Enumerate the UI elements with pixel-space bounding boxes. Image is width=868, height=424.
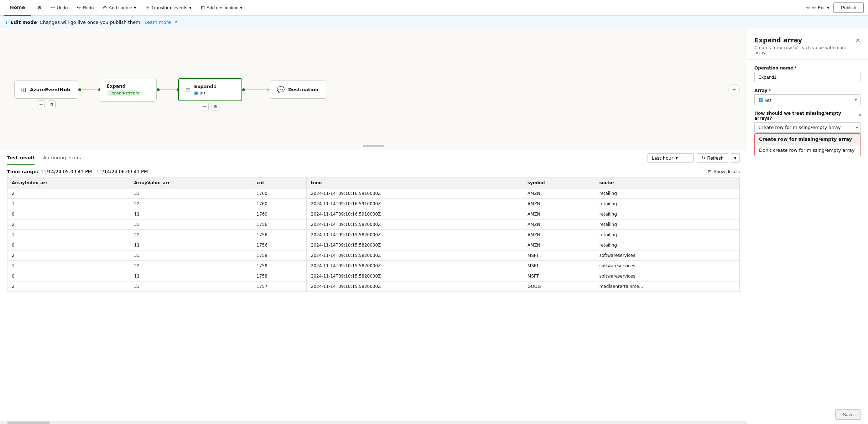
edit-mode-label: Edit mode xyxy=(10,20,37,25)
table-cell: 2024-11-14T09:10:16.5910000Z xyxy=(306,199,523,209)
table-cell: softwareservices xyxy=(595,261,739,271)
add-source-button[interactable]: ⊕ Add source ▾ xyxy=(99,3,140,12)
column-header: time xyxy=(306,177,523,188)
column-header: symbol xyxy=(523,177,595,188)
treatment-group: How should we treat missing/empty arrays… xyxy=(754,111,861,156)
time-range-chevron-icon: ▾ xyxy=(675,155,678,161)
edit-chevron-icon: ▾ xyxy=(827,5,830,10)
azure-delete-button[interactable]: 🗑 xyxy=(48,100,56,108)
panel-title: Expand array xyxy=(754,36,855,44)
data-table: ArrayIndex_arrArrayValue_arrcnttimesymbo… xyxy=(7,177,740,292)
add-source-icon: ⊕ xyxy=(103,5,107,10)
undo-button[interactable]: ↩ Undo xyxy=(47,3,72,12)
expand1-node[interactable]: ≡ Expand1 ▦ arr ✏ 🗑 xyxy=(178,78,242,101)
column-header: cnt xyxy=(252,177,307,188)
add-destination-button[interactable]: ⊡ Add destination ▾ xyxy=(197,3,247,12)
add-destination-icon: ⊡ xyxy=(201,5,205,10)
right-panel: Expand array Create a new row for each v… xyxy=(747,29,868,424)
table-cell: AMZN xyxy=(523,240,595,250)
bottom-scrollbar[interactable] xyxy=(0,421,747,424)
table-cell: 22 xyxy=(130,199,252,209)
table-cell: 33 xyxy=(130,219,252,230)
array-field-value: arr xyxy=(765,97,853,103)
edit-button[interactable]: ✏ ✏ Edit ▾ xyxy=(802,3,833,12)
array-field-icon: ▦ xyxy=(758,97,763,103)
redo-icon: ↪ xyxy=(77,5,81,10)
array-select[interactable]: ▦ arr ▾ xyxy=(754,94,861,105)
azure-edit-button[interactable]: ✏ xyxy=(37,100,45,108)
table-cell: 2024-11-14T09:10:15.5820000Z xyxy=(306,271,523,281)
save-button[interactable]: Save xyxy=(835,409,861,420)
table-cell: 0 xyxy=(7,209,130,219)
dropdown-option-2[interactable]: Don't create row for missing/empty array xyxy=(755,145,861,156)
table-cell: 1 xyxy=(7,199,130,209)
toolbar: ⚙ ↩ Undo ↪ Redo ⊕ Add source ▾ ✦ Transfo… xyxy=(31,3,802,12)
info-message: Changes will go live once you publish th… xyxy=(40,20,141,25)
table-cell: AMZN xyxy=(523,209,595,219)
table-cell: 2024-11-14T09:10:16.5910000Z xyxy=(306,209,523,219)
treatment-select[interactable]: Create row for missing/empty array xyxy=(754,122,861,133)
azure-icon: ⊞ xyxy=(21,86,26,93)
expand1-delete-button[interactable]: 🗑 xyxy=(212,103,219,110)
expand-node[interactable]: Expand Expand-stream xyxy=(100,78,157,102)
pipeline-container: ⊞ AzureEventHub ✏ 🗑 xyxy=(0,29,747,150)
data-table-container[interactable]: ArrayIndex_arrArrayValue_arrcnttimesymbo… xyxy=(0,177,747,421)
table-cell: 0 xyxy=(7,240,130,250)
refresh-button[interactable]: ↻ Refresh xyxy=(697,153,728,163)
table-cell: 2024-11-14T09:10:15.5820000Z xyxy=(306,250,523,261)
table-cell: softwareservices xyxy=(595,250,739,261)
table-cell: MSFT xyxy=(523,271,595,281)
table-cell: 11 xyxy=(130,209,252,219)
expand-refresh-button[interactable]: ▾ xyxy=(731,153,740,163)
canvas-scrollbar xyxy=(363,145,384,147)
table-cell: 2024-11-14T09:10:15.5820000Z xyxy=(306,219,523,230)
expand-node-sublabel: Expand-stream xyxy=(106,90,142,96)
table-cell: retailing xyxy=(595,219,739,230)
table-cell: mediaentertainme... xyxy=(595,281,739,292)
azure-event-hub-node[interactable]: ⊞ AzureEventHub ✏ 🗑 xyxy=(14,81,78,99)
treatment-value: Create row for missing/empty array xyxy=(758,125,841,130)
add-node-button[interactable]: + xyxy=(728,84,740,95)
column-header: ArrayIndex_arr xyxy=(7,177,130,188)
tab-test-result[interactable]: Test result xyxy=(7,151,35,165)
close-panel-button[interactable]: ✕ xyxy=(855,36,861,45)
redo-button[interactable]: ↪ Redo xyxy=(73,3,98,12)
learn-more-link[interactable]: Learn more xyxy=(145,20,171,25)
connector-1 xyxy=(78,88,100,91)
table-cell: GOOG xyxy=(523,281,595,292)
table-row: 23317582024-11-14T09:10:15.5820000ZMSFTs… xyxy=(7,250,740,261)
destination-node-label: Destination xyxy=(288,87,318,92)
test-area: Test result Authoring errors Last hour ▾… xyxy=(0,150,747,424)
dropdown-option-1[interactable]: Create row for missing/empty array xyxy=(755,134,861,145)
info-bar: ℹ Edit mode Changes will go live once yo… xyxy=(0,16,868,29)
operation-name-required: * xyxy=(794,66,796,71)
operation-name-label: Operation name xyxy=(754,66,793,71)
array-group: Array * ▦ arr ▾ xyxy=(754,88,861,105)
operation-name-input[interactable] xyxy=(754,72,861,82)
scrollbar-thumb xyxy=(7,422,50,424)
time-range-select[interactable]: Last hour ▾ xyxy=(648,153,694,163)
tab-authoring-errors[interactable]: Authoring errors xyxy=(43,151,81,165)
publish-button[interactable]: Publish xyxy=(833,2,864,13)
table-cell: AMZN xyxy=(523,199,595,209)
table-cell: 2 xyxy=(7,250,130,261)
table-cell: 1 xyxy=(7,261,130,271)
time-range-prefix: Time range: xyxy=(7,169,38,174)
expand-node-label: Expand xyxy=(106,83,142,89)
settings-button[interactable]: ⚙ xyxy=(33,3,46,12)
table-cell: 1760 xyxy=(252,209,307,219)
array-chevron-icon: ▾ xyxy=(855,97,857,102)
transform-events-button[interactable]: ✦ Transform events ▾ xyxy=(142,3,196,12)
table-cell: retailing xyxy=(595,199,739,209)
table-cell: 2 xyxy=(7,219,130,230)
expand1-edit-button[interactable]: ✏ xyxy=(201,103,209,110)
table-row: 01117602024-11-14T09:10:16.5910000ZAMZNr… xyxy=(7,209,740,219)
flow-canvas[interactable]: ⊞ AzureEventHub ✏ 🗑 xyxy=(0,29,747,150)
destination-node[interactable]: 💬 Destination ✏ 🗑 xyxy=(270,81,327,99)
table-cell: 11 xyxy=(130,240,252,250)
show-details-icon: ⊡ xyxy=(708,169,712,174)
show-details-button[interactable]: ⊡ Show details xyxy=(708,169,740,174)
canvas-area: ⊞ AzureEventHub ✏ 🗑 xyxy=(0,29,747,424)
table-cell: 33 xyxy=(130,188,252,199)
home-tab[interactable]: Home xyxy=(4,0,31,16)
